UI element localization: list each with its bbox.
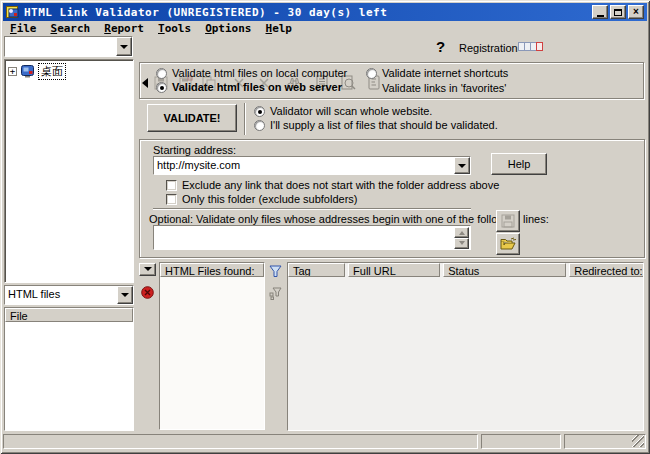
divider: [153, 208, 471, 210]
scan-option-file-list[interactable]: I'll supply a list of files that should …: [254, 119, 498, 131]
mode-option-label[interactable]: Validate html files on web server: [172, 81, 342, 93]
menu-options[interactable]: Options: [200, 22, 256, 36]
filter-toolbar: [266, 262, 286, 431]
scan-option-whole-site[interactable]: Validator will scan whole website.: [254, 105, 432, 117]
results-table-header-row: Tag Full URL Status Redirected to:: [288, 263, 643, 277]
divider: [244, 103, 246, 135]
filter-settings-button[interactable]: [266, 285, 284, 302]
file-column-header[interactable]: File: [5, 308, 133, 322]
file-list-panel[interactable]: File: [4, 307, 134, 431]
validate-button[interactable]: VALIDATE!: [147, 104, 237, 132]
mode-option-label[interactable]: Validate links in 'favorites': [382, 82, 506, 94]
filter-button[interactable]: [266, 263, 284, 280]
only-folder-option[interactable]: Only this folder (exclude subfolders): [166, 193, 357, 205]
scroll-up-button[interactable]: [454, 227, 469, 238]
files-found-panel[interactable]: HTML Files found:: [159, 262, 265, 430]
starting-address-group: Starting address: http://mysite.com Help…: [139, 139, 645, 258]
starting-address-value[interactable]: http://mysite.com: [154, 157, 454, 174]
close-button[interactable]: ×: [628, 5, 644, 19]
chevron-down-icon: [458, 164, 466, 172]
column-header-tag[interactable]: Tag: [288, 263, 345, 277]
minimize-button[interactable]: [592, 5, 608, 19]
mode-option-label[interactable]: Validate internet shortcuts: [382, 67, 508, 79]
column-header-redirected[interactable]: Redirected to:: [569, 263, 644, 277]
starting-address-combo[interactable]: http://mysite.com: [153, 156, 471, 175]
mode-option-label[interactable]: Validate html files on local computer: [172, 67, 347, 79]
file-type-combo-dropdown-button[interactable]: [117, 286, 133, 304]
chevron-down-icon: [121, 293, 129, 301]
registration-link[interactable]: Registration: [459, 42, 518, 54]
arrow-up-icon: [459, 228, 465, 235]
results-table[interactable]: Tag Full URL Status Redirected to:: [287, 262, 644, 431]
mode-option-local[interactable]: Validate html files on local computer: [156, 67, 347, 79]
chevron-down-icon: [120, 45, 128, 53]
status-bar-main: [3, 434, 478, 449]
menu-tools[interactable]: Tools: [153, 22, 196, 36]
mode-option-favorites[interactable]: Validate links in 'favorites': [382, 82, 506, 94]
scan-option-label[interactable]: I'll supply a list of files that should …: [270, 119, 498, 131]
status-bar-pane3: [564, 434, 646, 449]
trial-meter-icon: [519, 42, 543, 51]
starting-address-dropdown-button[interactable]: [454, 157, 470, 174]
help-question-button[interactable]: ?: [436, 38, 445, 55]
file-type-combo-value[interactable]: HTML files: [5, 286, 117, 304]
open-folder-icon: [500, 237, 517, 251]
optional-lines-value[interactable]: [154, 226, 470, 230]
optional-scrollbar[interactable]: [454, 227, 469, 248]
collapse-panel-button[interactable]: [139, 263, 156, 276]
only-folder-label[interactable]: Only this folder (exclude subfolders): [182, 193, 357, 205]
open-list-button[interactable]: [496, 233, 520, 255]
maximize-icon: [614, 9, 622, 16]
app-icon: [6, 5, 20, 19]
status-bar-pane2: [481, 434, 561, 449]
help-button[interactable]: Help: [491, 153, 547, 175]
toolbar: ? Registration: [0, 35, 650, 59]
checkbox-icon[interactable]: [166, 180, 177, 191]
menu-bar: File Search Report Tools Options Help: [5, 22, 297, 36]
tree-root-label[interactable]: 桌面: [39, 64, 65, 79]
title-bar: HTML Link Validator (UNREGISTERED) - 30 …: [3, 3, 647, 21]
optional-lines-textarea[interactable]: [153, 225, 471, 250]
stop-icon[interactable]: [141, 286, 154, 299]
results-toolbar: [139, 262, 158, 431]
mode-option-shortcuts[interactable]: Validate internet shortcuts: [366, 67, 508, 79]
file-type-combo[interactable]: HTML files: [4, 285, 134, 305]
starting-address-label: Starting address:: [153, 144, 236, 156]
tree-expand-button[interactable]: +: [8, 67, 17, 76]
scan-option-label[interactable]: Validator will scan whole website.: [270, 105, 432, 117]
menu-search[interactable]: Search: [46, 22, 96, 36]
menu-file[interactable]: File: [5, 22, 42, 36]
address-combo[interactable]: [4, 36, 133, 57]
maximize-button[interactable]: [610, 5, 626, 19]
radio-icon[interactable]: [156, 68, 167, 79]
radio-icon[interactable]: [366, 68, 377, 79]
save-icon: [500, 213, 516, 229]
address-combo-value[interactable]: [5, 37, 116, 56]
tree-root-row[interactable]: + 桌面: [5, 60, 133, 83]
desktop-icon: [21, 65, 35, 78]
exclude-links-label[interactable]: Exclude any link that does not start wit…: [182, 179, 499, 191]
checkbox-icon[interactable]: [166, 194, 177, 205]
radio-icon[interactable]: [156, 82, 167, 93]
scroll-down-button[interactable]: [454, 238, 469, 249]
files-found-header[interactable]: HTML Files found:: [160, 263, 264, 277]
optional-label: Optional: Validate only files whose addr…: [149, 213, 549, 225]
folder-tree-panel[interactable]: + 桌面: [4, 59, 134, 283]
exclude-links-option[interactable]: Exclude any link that does not start wit…: [166, 179, 499, 191]
radio-icon[interactable]: [254, 106, 265, 117]
window-title: HTML Link Validator (UNREGISTERED) - 30 …: [24, 6, 387, 19]
mode-option-webserver[interactable]: Validate html files on web server: [156, 81, 342, 93]
menu-help[interactable]: Help: [261, 22, 298, 36]
close-icon: ×: [633, 7, 639, 17]
filter-icon: [269, 265, 282, 278]
resize-grip[interactable]: [632, 435, 644, 447]
radio-icon[interactable]: [254, 120, 265, 131]
app-window: HTML Link Validator (UNREGISTERED) - 30 …: [0, 0, 650, 454]
column-header-status[interactable]: Status: [443, 263, 566, 277]
menu-report[interactable]: Report: [99, 22, 149, 36]
address-combo-dropdown-button[interactable]: [116, 37, 132, 56]
mode-options-group: Validate html files on local computer Va…: [139, 62, 644, 99]
save-list-button[interactable]: [496, 210, 520, 232]
minimize-icon: [597, 15, 604, 17]
column-header-full-url[interactable]: Full URL: [348, 263, 440, 277]
